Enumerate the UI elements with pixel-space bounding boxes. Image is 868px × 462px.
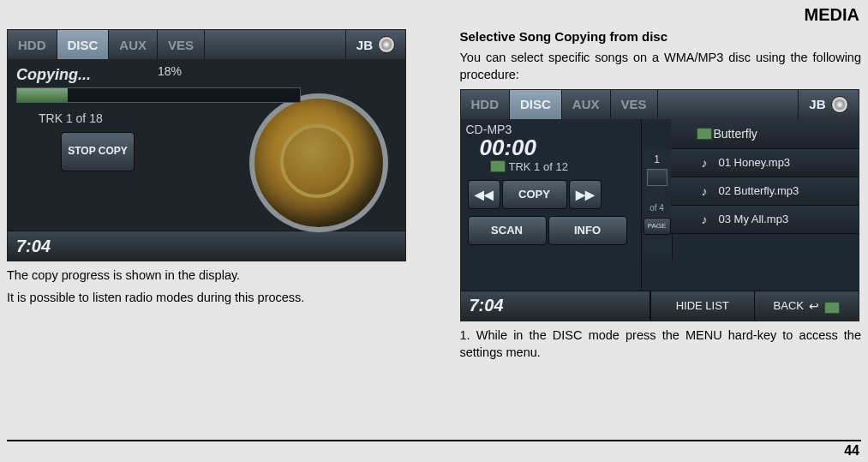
hide-list-button[interactable]: HIDE LIST <box>650 291 755 321</box>
source-tabs: HDD DISC AUX VES JB <box>8 30 405 59</box>
right-subhead: Selective Song Copying from disc <box>460 29 862 44</box>
clock-2: 7:04 <box>461 291 650 321</box>
tab-jb-2[interactable]: JB <box>798 90 858 119</box>
pager: 1 of 4 PAGE <box>643 148 673 260</box>
stop-copy-button[interactable]: STOP COPY <box>61 132 135 171</box>
folder-row[interactable]: Butterfly <box>671 119 859 149</box>
pager-of: of 4 <box>643 203 672 213</box>
pager-thumb-icon[interactable] <box>647 169 667 186</box>
chrysler-badge-inner-icon <box>280 124 354 198</box>
scan-button[interactable]: SCAN <box>468 216 547 245</box>
pager-current: 1 <box>643 148 672 165</box>
song-list-screen: HDD DISC AUX VES JB CD-MP3 00:00 TRK 1 o… <box>460 89 859 321</box>
tab-disc-2[interactable]: DISC <box>510 90 562 119</box>
folder-name: Butterfly <box>714 127 757 141</box>
folder-icon <box>824 302 840 314</box>
progress-fill <box>17 88 68 102</box>
list-item[interactable]: ♪ 02 Butterfly.mp3 <box>671 177 859 206</box>
jb-label: JB <box>356 38 373 52</box>
page-button[interactable]: PAGE <box>644 218 671 235</box>
list-screen-body: CD-MP3 00:00 TRK 1 of 12 ◀◀ COPY ▶▶ SCAN… <box>461 119 859 291</box>
chrysler-badge-icon <box>249 93 388 232</box>
list-item[interactable]: ♪ 01 Honey.mp3 <box>671 149 859 177</box>
list-pane: Butterfly ♪ 01 Honey.mp3 ♪ 02 Butterfly.… <box>671 119 859 291</box>
back-label: BACK <box>774 299 804 312</box>
transport-row: ◀◀ COPY ▶▶ <box>468 180 641 209</box>
playback-pane: CD-MP3 00:00 TRK 1 of 12 ◀◀ COPY ▶▶ SCAN… <box>461 119 642 291</box>
tab-disc[interactable]: DISC <box>57 30 110 59</box>
jb-label-2: JB <box>809 97 825 111</box>
tab-aux[interactable]: AUX <box>109 30 158 59</box>
info-button[interactable]: INFO <box>548 216 627 245</box>
elapsed-time: 00:00 <box>461 136 641 159</box>
copy-screen-body: Copying... 18% TRK 1 of 18 STOP COPY <box>8 59 405 231</box>
tab-ves-2[interactable]: VES <box>611 90 658 119</box>
note-icon: ♪ <box>702 184 708 198</box>
jb-disc-icon-2 <box>831 96 848 113</box>
copying-label: Copying... <box>8 59 405 84</box>
clock: 7:04 <box>8 237 51 256</box>
prev-button[interactable]: ◀◀ <box>468 180 500 209</box>
right-intro: You can select specific songs on a WMA/M… <box>460 49 862 84</box>
note-icon: ♪ <box>702 213 708 226</box>
right-caption-1: 1. While in the DISC mode press the MENU… <box>460 327 862 362</box>
progress-bar <box>16 87 301 103</box>
progress-percent: 18% <box>158 64 182 78</box>
next-button[interactable]: ▶▶ <box>569 180 602 209</box>
song-label: 02 Butterfly.mp3 <box>719 184 799 197</box>
scan-info-row: SCAN INFO <box>468 216 641 245</box>
copy-progress-screen: HDD DISC AUX VES JB Copying... 18% TRK 1 <box>7 29 406 261</box>
back-button[interactable]: BACK ↩ <box>754 291 859 321</box>
folder-icon <box>490 160 506 172</box>
tab-ves[interactable]: VES <box>158 30 205 59</box>
track-info-text: TRK 1 of 12 <box>509 160 568 173</box>
left-caption-2: It is possible to listen radio modes dur… <box>7 289 409 306</box>
song-label: 01 Honey.mp3 <box>719 156 791 169</box>
tab-hdd[interactable]: HDD <box>8 30 57 59</box>
page-number: 44 <box>844 443 859 459</box>
song-label: 03 My All.mp3 <box>719 213 789 225</box>
copy-button[interactable]: COPY <box>502 180 567 209</box>
list-item[interactable]: ♪ 03 My All.mp3 <box>671 206 859 234</box>
bottom-bar: 7:04 HIDE LIST BACK ↩ <box>461 291 859 321</box>
left-column: HDD DISC AUX VES JB Copying... 18% TRK 1 <box>7 29 409 361</box>
content-columns: HDD DISC AUX VES JB Copying... 18% TRK 1 <box>0 0 868 361</box>
page-header-title: MEDIA <box>805 5 859 25</box>
jb-disc-icon <box>378 36 395 53</box>
note-icon: ♪ <box>702 156 708 170</box>
back-arrow-icon: ↩ <box>809 299 819 313</box>
footer-divider <box>7 440 861 441</box>
cdmp3-label: CD-MP3 <box>461 119 641 136</box>
clock-bar: 7:04 <box>8 231 405 261</box>
tab-jb[interactable]: JB <box>345 30 405 59</box>
source-tabs-2: HDD DISC AUX VES JB <box>461 90 859 119</box>
track-counter-2: TRK 1 of 12 <box>461 159 641 173</box>
folder-open-icon <box>697 128 712 140</box>
tab-hdd-2[interactable]: HDD <box>461 90 511 119</box>
tab-aux-2[interactable]: AUX <box>562 90 611 119</box>
left-caption-1: The copy progress is shown in the displa… <box>7 267 409 284</box>
right-column: Selective Song Copying from disc You can… <box>460 29 862 361</box>
